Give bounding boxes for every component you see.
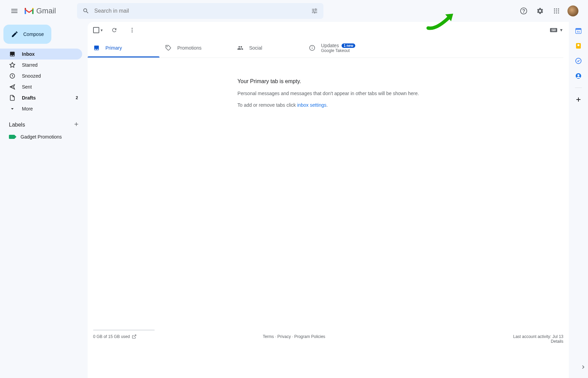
apps-icon	[553, 8, 560, 14]
divider	[575, 88, 582, 88]
star-icon	[9, 62, 15, 68]
clock-icon	[9, 73, 15, 79]
label-item[interactable]: Gadget Promotions	[0, 131, 88, 142]
storage-text: 0 GB of 15 GB used	[93, 334, 130, 339]
search-bar[interactable]	[77, 3, 323, 19]
sidebar-item-drafts[interactable]: Drafts 2	[0, 92, 82, 103]
keep-addon[interactable]	[575, 42, 582, 49]
svg-point-1	[524, 12, 524, 13]
svg-rect-20	[576, 28, 581, 30]
empty-state: Your Primary tab is empty. Personal mess…	[238, 58, 419, 108]
tab-social[interactable]: Social	[231, 38, 303, 57]
tab-promotions[interactable]: Promotions	[159, 38, 231, 57]
search-input[interactable]	[93, 8, 308, 14]
select-all-checkbox[interactable]: ▼	[93, 27, 103, 33]
sidebar-item-starred[interactable]: Starred	[0, 60, 82, 70]
terms-link[interactable]: Terms	[263, 334, 274, 339]
tab-label: Primary	[105, 45, 122, 51]
account-avatar[interactable]	[567, 5, 578, 16]
sidebar-item-sent[interactable]: Sent	[0, 81, 82, 92]
search-options-button[interactable]	[308, 4, 321, 18]
category-tabs: Primary Promotions Social Updates 1 new …	[88, 38, 563, 58]
calendar-icon: 31	[575, 27, 582, 34]
drafts-count: 2	[76, 95, 78, 100]
privacy-link[interactable]: Privacy	[277, 334, 291, 339]
chevron-down-icon	[9, 106, 15, 112]
chevron-down-icon: ▼	[559, 28, 563, 32]
details-link[interactable]: Details	[513, 339, 563, 344]
svg-point-23	[577, 44, 579, 46]
svg-point-18	[312, 47, 312, 47]
svg-point-10	[558, 12, 559, 13]
tab-label: Promotions	[177, 45, 202, 51]
tab-label: Updates	[321, 43, 339, 48]
svg-point-7	[558, 10, 559, 11]
svg-point-4	[558, 9, 559, 10]
get-addons-button[interactable]	[575, 96, 582, 103]
hamburger-icon	[10, 7, 18, 15]
storage-bar	[93, 329, 155, 331]
chevron-right-icon	[580, 364, 587, 370]
tasks-addon[interactable]	[575, 57, 582, 64]
sidebar-item-label: Snoozed	[22, 73, 41, 79]
tab-updates[interactable]: Updates 1 new Google Takeout	[303, 38, 375, 57]
more-button[interactable]	[125, 23, 139, 37]
sidebar-item-label: Starred	[22, 62, 38, 68]
labels-title: Labels	[9, 122, 25, 128]
tag-icon	[165, 45, 171, 51]
last-activity: Last account activity: Jul 13	[513, 334, 563, 339]
open-in-new-icon[interactable]	[132, 334, 137, 339]
sidebar-item-snoozed[interactable]: Snoozed	[0, 70, 82, 81]
refresh-button[interactable]	[107, 23, 121, 37]
activity-info: Last account activity: Jul 13 Details	[513, 334, 563, 344]
support-button[interactable]	[517, 4, 531, 18]
sidebar-item-more[interactable]: More	[0, 103, 82, 114]
tab-subtitle: Google Takeout	[321, 48, 355, 53]
tasks-icon	[575, 57, 582, 64]
header-actions	[517, 4, 578, 18]
tune-icon	[311, 8, 318, 14]
tab-primary[interactable]: Primary	[88, 38, 159, 57]
side-panel: 31	[569, 22, 588, 378]
svg-point-12	[131, 28, 132, 29]
main-menu-button[interactable]	[6, 3, 23, 19]
file-icon	[9, 95, 15, 101]
empty-title: Your Primary tab is empty.	[238, 78, 419, 84]
people-icon	[237, 45, 243, 51]
svg-text:31: 31	[577, 30, 580, 33]
footer: 0 GB of 15 GB used Terms · Privacy · Pro…	[88, 326, 569, 378]
label-name: Gadget Promotions	[21, 134, 62, 140]
toolbar: ▼ ⌨ ▼	[88, 22, 569, 38]
svg-point-13	[131, 30, 132, 31]
policies-link[interactable]: Program Policies	[294, 334, 325, 339]
refresh-icon	[111, 27, 117, 33]
plus-icon	[73, 121, 79, 127]
settings-button[interactable]	[533, 4, 547, 18]
contacts-addon[interactable]	[575, 73, 582, 79]
search-button[interactable]	[79, 4, 93, 18]
svg-point-14	[131, 31, 132, 32]
pencil-icon	[11, 30, 18, 38]
input-tools[interactable]: ⌨ ▼	[550, 28, 563, 32]
footer-links: Terms · Privacy · Program Policies	[263, 334, 325, 339]
help-icon	[520, 7, 527, 15]
svg-point-9	[556, 12, 557, 13]
show-side-panel-button[interactable]	[580, 364, 587, 372]
sidebar-item-inbox[interactable]: Inbox	[0, 49, 82, 60]
svg-point-8	[554, 12, 555, 13]
add-label-button[interactable]	[73, 121, 79, 129]
label-icon	[9, 135, 14, 139]
chevron-down-icon: ▼	[100, 28, 103, 32]
svg-point-15	[167, 47, 168, 47]
keep-icon	[575, 42, 582, 49]
apps-button[interactable]	[550, 4, 563, 18]
search-icon	[82, 8, 89, 14]
tab-label: Social	[249, 45, 262, 51]
compose-label: Compose	[23, 31, 44, 37]
calendar-addon[interactable]: 31	[575, 27, 582, 34]
inbox-settings-link[interactable]: inbox settings	[297, 102, 327, 108]
gmail-logo[interactable]: Gmail	[24, 6, 56, 15]
checkbox-icon	[93, 27, 99, 33]
svg-point-26	[577, 74, 579, 76]
compose-button[interactable]: Compose	[3, 25, 51, 44]
